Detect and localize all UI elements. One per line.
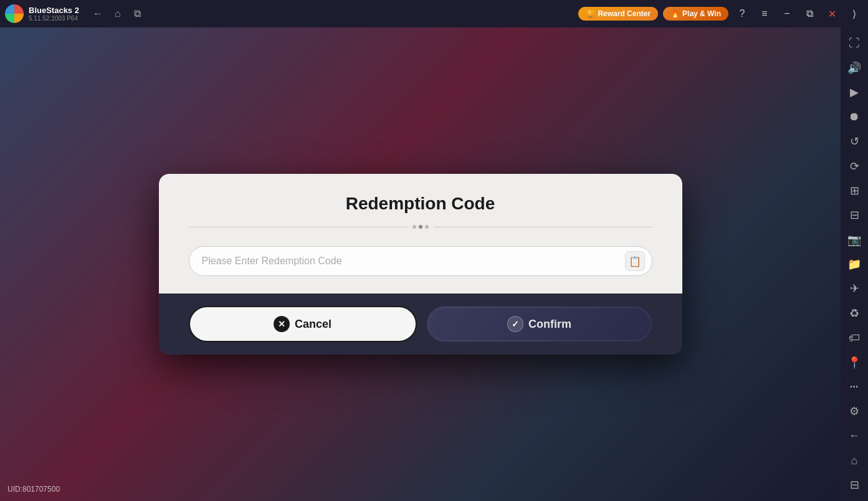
tabs-button[interactable]: ⧉ (129, 5, 146, 22)
cancel-label: Cancel (295, 318, 331, 331)
divider-dots (413, 225, 429, 229)
dialog-bottom: ✕ Cancel ✓ Confirm (159, 293, 682, 355)
input-wrapper: 📋 (189, 246, 652, 276)
back-nav-icon[interactable]: ← (843, 425, 866, 447)
reward-icon: 🏆 (586, 9, 595, 18)
check-icon: ✓ (512, 319, 519, 329)
refresh-icon[interactable]: ⟳ (843, 155, 866, 177)
close-button[interactable]: ✕ (823, 5, 841, 22)
eco-icon[interactable]: ♻ (843, 302, 866, 324)
right-sidebar: ⛶ 🔊 ▶ ⏺ ↺ ⟳ ⊞ ⊟ 📷 📁 ✈ ♻ 🏷 📍 ••• ⚙ ← ⌂ ⊟ (841, 27, 868, 501)
settings-icon[interactable]: ⚙ (843, 401, 866, 422)
dialog-divider (189, 225, 652, 229)
tag-icon[interactable]: 🏷 (843, 327, 866, 349)
folder-icon[interactable]: 📁 (843, 253, 866, 275)
app-title: BlueStacks 2 5.11.52.1003 P64 (29, 6, 79, 22)
cancel-button[interactable]: ✕ Cancel (189, 306, 417, 342)
dialog-title: Redemption Code (189, 194, 652, 214)
rotate-icon[interactable]: ↺ (843, 131, 866, 153)
menu-button[interactable]: ≡ (756, 5, 773, 22)
home-sidebar-icon[interactable]: ⌂ (843, 449, 866, 471)
restore-button[interactable]: ⧉ (801, 5, 818, 22)
app-version: 5.11.52.1003 P64 (29, 15, 79, 22)
app-logo (5, 4, 24, 23)
expand-button[interactable]: ⟩ (846, 5, 863, 22)
divider-dot-3 (425, 225, 429, 229)
redemption-code-input[interactable] (189, 246, 652, 276)
reward-center-button[interactable]: 🏆 Reward Center (578, 7, 658, 21)
dialog-top: Redemption Code 📋 (159, 174, 682, 293)
divider-dot-1 (413, 225, 416, 229)
topbar: BlueStacks 2 5.11.52.1003 P64 ← ⌂ ⧉ 🏆 Re… (0, 0, 868, 27)
fullscreen-icon[interactable]: ⛶ (843, 32, 866, 54)
confirm-icon-circle: ✓ (507, 316, 523, 332)
camera-record-icon[interactable]: ⏺ (843, 106, 866, 128)
play-win-button[interactable]: 🔥 Play & Win (663, 7, 728, 21)
location-icon[interactable]: 📍 (843, 351, 866, 373)
app-name: BlueStacks 2 (29, 6, 79, 16)
volume-icon[interactable]: 🔊 (843, 57, 866, 79)
paste-button[interactable]: 📋 (625, 251, 645, 271)
video-icon[interactable]: ▶ (843, 82, 866, 103)
confirm-label: Confirm (528, 318, 571, 331)
play-win-label: Play & Win (682, 9, 721, 18)
topbar-right: 🏆 Reward Center 🔥 Play & Win ? ≡ − ⧉ ✕ ⟩ (578, 5, 863, 22)
stack-icon[interactable]: ⊞ (843, 179, 866, 201)
paste-icon: 📋 (629, 255, 641, 267)
confirm-button[interactable]: ✓ Confirm (427, 306, 652, 342)
back-button[interactable]: ← (89, 5, 107, 22)
play-win-icon: 🔥 (670, 9, 680, 18)
divider-dot-2 (419, 225, 422, 229)
layers-icon[interactable]: ⊟ (843, 474, 866, 496)
redemption-dialog: Redemption Code 📋 ✕ (159, 174, 682, 355)
screenshot-icon[interactable]: 📷 (843, 229, 866, 250)
divider-line-left (189, 227, 408, 227)
minimize-button[interactable]: − (778, 5, 796, 22)
reward-center-label: Reward Center (598, 9, 651, 18)
modal-overlay: Redemption Code 📋 ✕ (0, 27, 841, 501)
cancel-icon-circle: ✕ (274, 316, 290, 332)
plane-icon[interactable]: ✈ (843, 278, 866, 300)
help-button[interactable]: ? (733, 5, 751, 22)
topbar-nav: ← ⌂ ⧉ (89, 5, 146, 22)
divider-line-right (434, 227, 652, 227)
home-button[interactable]: ⌂ (109, 5, 126, 22)
more-icon[interactable]: ••• (843, 376, 866, 398)
x-icon: ✕ (278, 319, 285, 329)
apps-icon[interactable]: ⊟ (843, 204, 866, 226)
